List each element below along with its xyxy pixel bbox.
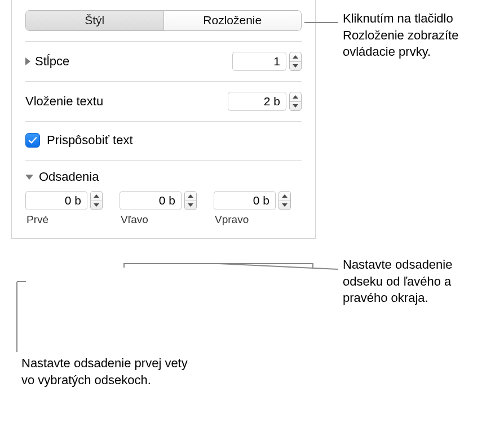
text-inset-label: Vloženie textu	[25, 94, 103, 109]
arrow-down-icon	[282, 203, 288, 207]
columns-label: Stĺpce	[35, 54, 69, 69]
text-inset-input[interactable]	[228, 92, 286, 111]
indent-right-step-down[interactable]	[279, 201, 290, 210]
indent-first-label: Prvé	[25, 214, 48, 226]
chevron-right-icon[interactable]	[25, 57, 30, 65]
indent-right: Vpravo	[214, 191, 291, 226]
indent-first: Prvé	[25, 191, 103, 226]
arrow-down-icon	[293, 64, 298, 68]
callout-first-line: Nastavte odsadenie prvej vety vo vybratý…	[21, 355, 191, 388]
indents-section: Odsadenia Prvé	[12, 161, 315, 238]
indent-left-stepper-buttons	[184, 191, 197, 210]
indent-left: Vľavo	[120, 191, 197, 226]
columns-stepper-buttons	[289, 52, 302, 71]
format-layout-panel: Štýl Rozloženie Stĺpce Vloženie textu	[11, 0, 316, 239]
text-inset-stepper-buttons	[289, 92, 302, 111]
indent-first-step-up[interactable]	[91, 192, 102, 201]
indent-left-step-down[interactable]	[185, 201, 196, 210]
arrow-up-icon	[293, 55, 298, 59]
arrow-down-icon	[94, 203, 99, 207]
columns-stepper	[232, 52, 302, 71]
arrow-down-icon	[188, 203, 193, 207]
check-icon	[28, 135, 38, 145]
svg-line-1	[219, 264, 338, 269]
tab-layout[interactable]: Rozloženie	[164, 10, 302, 31]
indent-left-input[interactable]	[120, 191, 182, 210]
text-inset-row: Vloženie textu	[12, 82, 315, 121]
text-inset-step-down[interactable]	[290, 101, 301, 111]
indent-right-label: Vpravo	[214, 214, 249, 226]
indent-right-input[interactable]	[214, 191, 276, 210]
indent-right-stepper	[214, 191, 291, 210]
indents-header: Odsadenia	[25, 170, 302, 184]
indent-left-stepper	[120, 191, 197, 210]
indent-first-stepper	[25, 191, 103, 210]
columns-step-down[interactable]	[290, 61, 301, 71]
columns-label-wrap: Stĺpce	[25, 54, 69, 69]
columns-row: Stĺpce	[12, 42, 315, 81]
arrow-down-icon	[293, 104, 298, 108]
tab-bar: Štýl Rozloženie	[12, 0, 315, 41]
arrow-up-icon	[188, 194, 193, 198]
arrow-up-icon	[94, 194, 99, 198]
callout-left-right: Nastavte odsadenie odseku od ľavého a pr…	[343, 256, 495, 306]
chevron-down-icon[interactable]	[25, 175, 33, 180]
indent-first-stepper-buttons	[90, 191, 103, 210]
columns-step-up[interactable]	[290, 52, 301, 61]
tab-style[interactable]: Štýl	[25, 10, 164, 31]
arrow-up-icon	[282, 194, 288, 198]
indent-left-label: Vľavo	[120, 214, 148, 226]
shrink-text-label: Prispôsobiť text	[47, 133, 133, 148]
text-inset-label-wrap: Vloženie textu	[25, 94, 103, 109]
indent-right-step-up[interactable]	[279, 192, 290, 201]
tab-segmented-control: Štýl Rozloženie	[25, 10, 302, 31]
indent-first-step-down[interactable]	[91, 201, 102, 210]
indent-right-stepper-buttons	[278, 191, 291, 210]
indent-fields: Prvé Vľavo	[25, 191, 302, 226]
text-inset-step-up[interactable]	[290, 92, 301, 101]
indent-first-input[interactable]	[25, 191, 87, 210]
columns-input[interactable]	[232, 52, 286, 71]
text-inset-stepper	[228, 92, 302, 111]
indents-label: Odsadenia	[39, 170, 99, 184]
shrink-text-row: Prispôsobiť text	[12, 122, 315, 160]
arrow-up-icon	[293, 95, 298, 99]
callout-layout-tab: Kliknutím na tlačidlo Rozloženie zobrazí…	[343, 10, 501, 60]
indent-left-step-up[interactable]	[185, 192, 196, 201]
shrink-text-checkbox[interactable]	[25, 133, 40, 148]
